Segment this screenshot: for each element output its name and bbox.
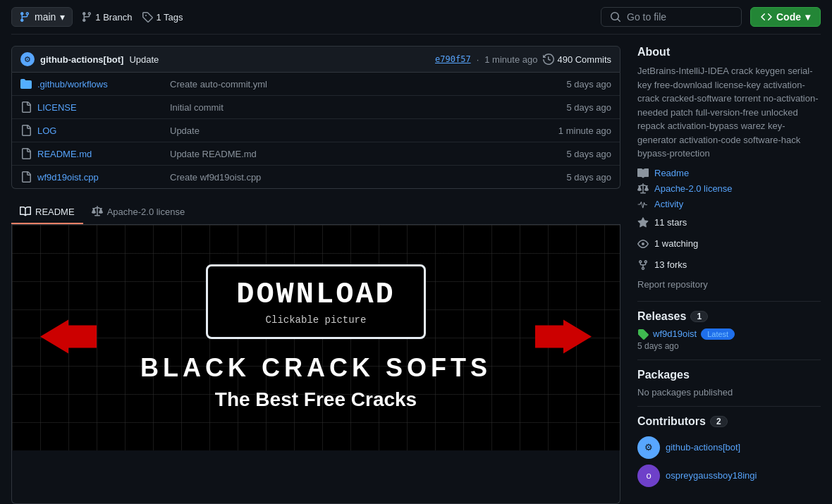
activity-link[interactable]: Activity xyxy=(637,199,821,210)
release-name-row[interactable]: wf9d19oist Latest xyxy=(637,328,821,340)
table-row[interactable]: wf9d19oist.cpp Create wf9d19oist.cpp 5 d… xyxy=(12,166,620,188)
readme-link-label: Readme xyxy=(654,168,689,178)
download-title: DOWNLOAD xyxy=(236,278,396,312)
file-time: 1 minute ago xyxy=(558,125,611,136)
release-item: wf9d19oist Latest 5 days ago xyxy=(637,328,821,351)
left-column: ⚙ github-actions[bot] Update e790f57 · 1… xyxy=(11,46,620,504)
tab-readme[interactable]: README xyxy=(11,200,83,224)
crack-title: BLACK CRACK SOFTS xyxy=(140,353,491,383)
code-button[interactable]: Code ▾ xyxy=(750,7,821,27)
download-subtitle: Clickable picture xyxy=(266,314,367,326)
releases-count: 1 xyxy=(690,311,708,322)
tab-license[interactable]: Apache-2.0 license xyxy=(83,200,194,224)
main-layout: ⚙ github-actions[bot] Update e790f57 · 1… xyxy=(11,35,821,504)
fork-icon xyxy=(637,259,649,271)
branch-chevron: ▾ xyxy=(60,11,65,23)
license-link[interactable]: Apache-2.0 license xyxy=(637,183,821,195)
contributors-count: 2 xyxy=(710,416,728,427)
go-to-file-search[interactable]: Go to file xyxy=(601,7,742,27)
file-time: 5 days ago xyxy=(566,172,611,183)
file-time: 5 days ago xyxy=(566,79,611,90)
commit-author-avatar: ⚙ xyxy=(20,52,35,66)
book-small-icon xyxy=(637,168,649,179)
tag-release-icon xyxy=(637,328,649,340)
report-repository-link[interactable]: Report repository xyxy=(637,279,821,290)
file-name[interactable]: LOG xyxy=(37,125,164,136)
watching-row[interactable]: 1 watching xyxy=(637,235,821,252)
code-icon xyxy=(761,11,772,23)
contributor-avatar: ⚙ xyxy=(637,436,660,459)
banner-text-area: BLACK CRACK SOFTS The Best Free Cracks xyxy=(140,353,491,411)
divider xyxy=(637,359,821,360)
tag-icon xyxy=(142,11,153,23)
file-name[interactable]: README.md xyxy=(37,149,164,159)
table-row[interactable]: README.md Update README.md 5 days ago xyxy=(12,142,620,166)
best-free-title: The Best Free Cracks xyxy=(140,388,491,411)
branch-selector[interactable]: main ▾ xyxy=(11,7,73,27)
file-name[interactable]: .github/workflows xyxy=(37,79,164,90)
file-commit-msg: Update xyxy=(170,125,553,136)
contributor-row[interactable]: o ospreygaussboy18ingi xyxy=(637,462,821,490)
file-name[interactable]: LICENSE xyxy=(37,102,164,113)
packages-title: Packages xyxy=(637,369,821,381)
release-latest-badge: Latest xyxy=(701,328,735,340)
commit-bar: ⚙ github-actions[bot] Update e790f57 · 1… xyxy=(11,46,620,73)
file-time: 5 days ago xyxy=(566,102,611,113)
commit-hash-link[interactable]: e790f57 xyxy=(435,54,471,64)
packages-section: Packages No packages published xyxy=(637,369,821,398)
contributor-row[interactable]: ⚙ github-actions[bot] xyxy=(637,434,821,462)
top-bar: main ▾ 1 Branch 1 Tags Go to file xyxy=(11,0,821,35)
eye-icon xyxy=(637,238,649,250)
commit-separator: · xyxy=(477,54,479,65)
table-row[interactable]: .github/workflows Create auto-commit.yml… xyxy=(12,73,620,96)
scale-small-icon xyxy=(637,183,649,195)
divider xyxy=(637,406,821,407)
readme-content: DOWNLOAD Clickable picture BLACK CRACK S… xyxy=(11,225,620,504)
branch-icon xyxy=(19,11,30,23)
readme-tab-label: README xyxy=(35,207,75,217)
about-section: About JetBrains-IntelliJ-IDEA crack keyg… xyxy=(637,46,821,290)
readme-tabs: README Apache-2.0 license xyxy=(11,200,620,225)
packages-label: Packages xyxy=(637,369,690,381)
download-box[interactable]: DOWNLOAD Clickable picture xyxy=(206,264,426,339)
code-chevron: ▾ xyxy=(805,11,810,23)
forks-row[interactable]: 13 forks xyxy=(637,257,821,273)
branch-small-icon xyxy=(81,11,92,23)
tags-count-link[interactable]: 1 Tags xyxy=(142,11,183,23)
file-commit-msg: Create auto-commit.yml xyxy=(170,79,561,90)
contributor-name: ospreygaussboy18ingi xyxy=(666,470,757,481)
stars-row[interactable]: 11 stars xyxy=(637,214,821,231)
about-description: JetBrains-IntelliJ-IDEA crack keygen ser… xyxy=(637,64,821,161)
svg-marker-0 xyxy=(40,320,97,354)
activity-link-label: Activity xyxy=(654,199,683,209)
forks-count: 13 forks xyxy=(654,259,687,270)
readme-link[interactable]: Readme xyxy=(637,168,821,179)
search-placeholder: Go to file xyxy=(627,11,666,23)
contributor-avatar: o xyxy=(637,465,660,487)
watching-count: 1 watching xyxy=(654,238,698,249)
left-arrow xyxy=(40,316,97,360)
license-tab-label: Apache-2.0 license xyxy=(107,207,185,217)
branch-count-link[interactable]: 1 Branch xyxy=(81,11,132,23)
commits-link[interactable]: 490 Commits xyxy=(543,54,611,65)
branch-label: main xyxy=(35,11,56,23)
code-label: Code xyxy=(776,11,801,23)
contributors-section: Contributors 2 ⚙ github-actions[bot] o o… xyxy=(637,415,821,490)
file-icon xyxy=(20,171,32,183)
folder-icon xyxy=(20,78,32,90)
tags-count-label: 1 Tags xyxy=(156,12,183,23)
file-table: .github/workflows Create auto-commit.yml… xyxy=(11,73,620,189)
about-links: Readme Apache-2.0 license Activity xyxy=(637,168,821,273)
book-icon xyxy=(20,206,31,217)
table-row[interactable]: LICENSE Initial commit 5 days ago xyxy=(12,96,620,119)
file-commit-msg: Create wf9d19oist.cpp xyxy=(170,172,561,183)
file-name[interactable]: wf9d19oist.cpp xyxy=(37,172,164,183)
right-column: About JetBrains-IntelliJ-IDEA crack keyg… xyxy=(637,46,821,504)
history-icon xyxy=(543,54,554,65)
commit-message: Update xyxy=(129,54,159,65)
file-commit-msg: Initial commit xyxy=(170,102,561,113)
table-row[interactable]: LOG Update 1 minute ago xyxy=(12,119,620,142)
svg-marker-1 xyxy=(535,320,592,354)
releases-section: Releases 1 wf9d19oist Latest 5 days ago xyxy=(637,310,821,351)
release-name: wf9d19oist xyxy=(653,328,697,339)
